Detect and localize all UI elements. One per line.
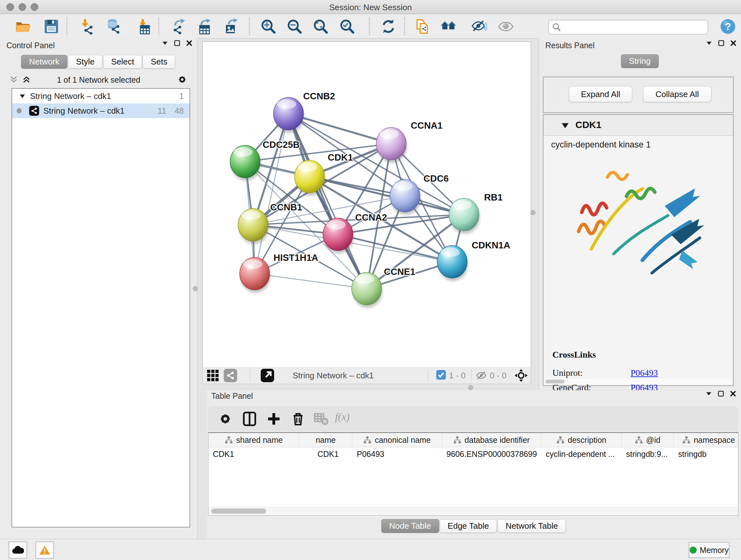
table-cell[interactable]: 9606.ENSP00000378699 bbox=[442, 449, 541, 459]
delete-column-icon[interactable] bbox=[290, 411, 306, 427]
add-column-icon[interactable] bbox=[266, 411, 281, 427]
node-label-RB1: RB1 bbox=[484, 192, 502, 202]
zoom-in-icon[interactable] bbox=[260, 18, 276, 35]
selected-nodes-checkbox-icon[interactable] bbox=[436, 370, 446, 380]
table-options-gear-icon[interactable] bbox=[218, 411, 233, 427]
network-node-CCNB1[interactable] bbox=[238, 208, 269, 244]
panel-menu-icon[interactable] bbox=[705, 40, 713, 47]
zoom-out-icon[interactable] bbox=[286, 18, 302, 35]
column-header-@id[interactable]: @id bbox=[622, 433, 674, 447]
close-panel-icon[interactable] bbox=[730, 390, 737, 397]
tab-string[interactable]: String bbox=[621, 54, 659, 68]
tab-style[interactable]: Style bbox=[68, 55, 103, 69]
table-cell[interactable]: stringdb:9... bbox=[622, 449, 674, 459]
tab-sets[interactable]: Sets bbox=[143, 55, 175, 69]
network-node-CDK1[interactable] bbox=[294, 42, 531, 196]
network-node-CDKN1A[interactable] bbox=[437, 246, 531, 281]
network-node-RB1[interactable] bbox=[449, 42, 480, 234]
save-session-icon[interactable] bbox=[44, 18, 59, 35]
network-options-gear-icon[interactable] bbox=[177, 74, 188, 85]
import-table-file-icon[interactable] bbox=[135, 18, 151, 35]
network-canvas[interactable]: CCNB2CCNA1CDC25BCDK1CDC6RB1CCNB1CCNA2CDK… bbox=[202, 42, 531, 367]
cloud-button[interactable] bbox=[9, 542, 27, 559]
birds-eye-grid-icon[interactable] bbox=[207, 370, 219, 381]
column-header-canonical-name[interactable]: canonical name bbox=[352, 433, 442, 447]
table-cell[interactable]: CDK1 bbox=[299, 449, 352, 459]
export-image-icon[interactable] bbox=[223, 18, 239, 35]
results-horizontal-scrollbar[interactable] bbox=[545, 379, 731, 384]
panel-menu-icon[interactable] bbox=[705, 390, 712, 397]
export-network-icon[interactable] bbox=[170, 18, 186, 35]
network-edge[interactable] bbox=[255, 273, 367, 289]
string-network-graph[interactable]: CCNB2CCNA1CDC25BCDK1CDC6RB1CCNB1CCNA2CDK… bbox=[203, 42, 531, 367]
zoom-fit-icon[interactable] bbox=[313, 18, 329, 35]
toolbar-separator bbox=[66, 17, 67, 35]
column-header-name[interactable]: name bbox=[299, 433, 352, 447]
copy-network-icon[interactable] bbox=[414, 18, 430, 35]
node-count: 11 bbox=[158, 106, 166, 116]
table-cell[interactable]: cyclin-dependent ... bbox=[541, 449, 622, 459]
help-icon[interactable]: ? bbox=[720, 18, 736, 35]
tree-expander-icon[interactable] bbox=[19, 93, 25, 99]
table-horizontal-scrollbar[interactable] bbox=[209, 507, 738, 515]
control-panel-tabs: NetworkStyleSelectSets bbox=[21, 55, 176, 69]
warning-icon bbox=[39, 545, 51, 555]
node-table[interactable]: shared namenamecanonical namedatabase id… bbox=[208, 432, 738, 516]
zoom-selected-icon[interactable] bbox=[339, 18, 355, 35]
search-input[interactable] bbox=[563, 21, 704, 33]
column-type-icon bbox=[363, 436, 372, 444]
tab-select[interactable]: Select bbox=[103, 55, 142, 69]
tab-edge-table[interactable]: Edge Table bbox=[440, 519, 497, 533]
table-cell[interactable]: CDK1 bbox=[208, 449, 299, 459]
scrollbar-thumb[interactable] bbox=[211, 509, 266, 514]
node-section-header[interactable]: CDK1 bbox=[543, 115, 733, 136]
warnings-button[interactable] bbox=[36, 542, 54, 559]
float-panel-icon[interactable] bbox=[174, 40, 181, 47]
import-network-database-icon[interactable] bbox=[105, 18, 121, 35]
apply-layout-icon[interactable] bbox=[381, 18, 396, 35]
expand-all-button[interactable]: Expand All bbox=[569, 86, 632, 102]
tab-node-table[interactable]: Node Table bbox=[381, 519, 439, 533]
close-panel-icon[interactable] bbox=[730, 40, 737, 47]
home-icon[interactable] bbox=[441, 18, 456, 35]
hide-selected-icon[interactable] bbox=[471, 18, 487, 35]
show-columns-icon[interactable] bbox=[242, 411, 257, 427]
column-header-description[interactable]: description bbox=[541, 433, 622, 447]
crosslink-link[interactable]: P06493 bbox=[630, 368, 658, 378]
vertical-splitter-handle[interactable] bbox=[530, 210, 536, 215]
tab-network[interactable]: Network bbox=[21, 55, 67, 69]
memory-button[interactable]: Memory bbox=[689, 542, 730, 558]
horizontal-splitter-handle[interactable] bbox=[468, 385, 473, 390]
float-panel-icon[interactable] bbox=[718, 390, 724, 397]
vertical-splitter-handle[interactable] bbox=[193, 286, 198, 291]
tab-network-table[interactable]: Network Table bbox=[497, 519, 566, 533]
table-cell[interactable]: stringdb bbox=[674, 449, 738, 459]
fit-content-crosshair-icon[interactable] bbox=[514, 368, 528, 382]
collapse-all-button[interactable]: Collapse All bbox=[643, 86, 711, 102]
section-expander-icon[interactable] bbox=[561, 122, 569, 129]
column-header-shared-name[interactable]: shared name bbox=[208, 433, 299, 447]
open-session-icon[interactable] bbox=[15, 18, 30, 35]
hidden-items-eye-icon[interactable] bbox=[476, 370, 487, 381]
scrollbar-thumb[interactable] bbox=[545, 380, 564, 383]
open-in-window-icon[interactable] bbox=[261, 369, 274, 382]
network-collection-row[interactable]: String Network – cdk1 1 bbox=[12, 89, 190, 104]
export-table-icon[interactable] bbox=[196, 18, 212, 35]
show-hidden-icon[interactable] bbox=[498, 18, 514, 35]
search-box[interactable] bbox=[548, 20, 708, 35]
close-panel-icon[interactable] bbox=[186, 40, 193, 47]
network-edge[interactable] bbox=[255, 114, 288, 273]
panel-menu-icon[interactable] bbox=[161, 40, 169, 47]
float-panel-icon[interactable] bbox=[718, 40, 725, 47]
column-type-icon bbox=[635, 436, 643, 444]
delete-table-icon bbox=[313, 411, 329, 427]
column-header-database-identifier[interactable]: database identifier bbox=[442, 433, 541, 447]
network-node-CCNE1[interactable] bbox=[352, 42, 531, 367]
separator bbox=[428, 369, 428, 381]
share-view-icon[interactable] bbox=[224, 369, 237, 382]
table-cell[interactable]: P06493 bbox=[352, 449, 442, 459]
table-row[interactable]: CDK1CDK1P064939606.ENSP00000378699cyclin… bbox=[208, 447, 738, 461]
import-network-file-icon[interactable] bbox=[78, 18, 94, 35]
network-row-selected[interactable]: String Network – cdk1 11 48 bbox=[12, 104, 190, 118]
column-header-namespace[interactable]: namespace bbox=[674, 433, 738, 447]
